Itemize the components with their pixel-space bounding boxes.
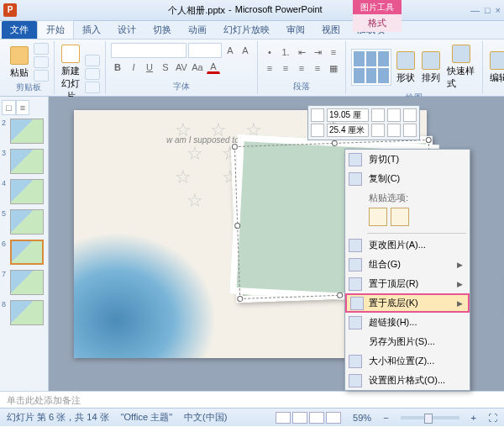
indent-inc-button[interactable]: ⇥ <box>311 45 324 59</box>
reset-button[interactable] <box>85 68 100 80</box>
bring-forward-mini[interactable] <box>387 108 401 122</box>
quick-styles-button[interactable]: 快速样式 <box>445 43 477 92</box>
font-family-select[interactable] <box>111 43 186 58</box>
ctx-change-picture[interactable]: 更改图片(A)... <box>345 235 470 255</box>
editing-button[interactable]: 编辑 <box>488 50 504 86</box>
ctx-send-back[interactable]: 置于底层(K)▶ <box>345 293 470 313</box>
close-button[interactable]: × <box>496 5 501 15</box>
ctx-hyperlink[interactable]: 超链接(H)... <box>345 313 470 332</box>
slide-thumbnail[interactable]: 4 <box>2 179 46 204</box>
tab-review[interactable]: 审阅 <box>278 21 313 39</box>
align-left-button[interactable]: ≡ <box>263 61 276 75</box>
send-backward-mini[interactable] <box>403 108 417 122</box>
rotate-mini[interactable] <box>403 124 417 137</box>
group-clipboard: 粘贴 剪贴板 <box>3 41 55 94</box>
thumbs-tab-slides[interactable]: □ <box>2 100 16 115</box>
line-spacing-button[interactable]: ≡ <box>327 45 340 59</box>
slide-canvas[interactable]: ☆ ☆ ☆ ☆ ☆☆ ☆ ☆ w am I supposed to live w… <box>49 97 504 391</box>
slide-thumbnail[interactable]: 3 <box>2 149 46 174</box>
hyperlink-icon <box>349 316 362 329</box>
copy-button[interactable] <box>34 56 49 68</box>
width-input[interactable]: 25.4 厘米 <box>327 124 369 137</box>
height-input[interactable]: 19.05 厘米 <box>327 108 369 122</box>
slideshow-view-button[interactable] <box>326 412 341 424</box>
paste-opt-1[interactable] <box>369 208 387 226</box>
zoom-slider[interactable] <box>401 416 459 419</box>
normal-view-button[interactable] <box>276 412 291 424</box>
shadow-button[interactable]: AV <box>175 61 188 74</box>
slide-counter: 幻灯片 第 6 张，共 14 张 <box>7 411 109 424</box>
ctx-format-picture[interactable]: 设置图片格式(O)... <box>345 371 470 390</box>
notes-pane[interactable]: 单击此处添加备注 <box>0 391 504 408</box>
format-painter-button[interactable] <box>34 70 49 82</box>
sorter-view-button[interactable] <box>292 412 307 424</box>
language-indicator[interactable]: 中文(中国) <box>184 411 227 424</box>
tab-view[interactable]: 视图 <box>313 21 349 39</box>
tab-transition[interactable]: 切换 <box>144 21 180 39</box>
thumb-number: 7 <box>2 270 8 278</box>
new-slide-button[interactable]: 新建 幻灯片 <box>60 43 81 104</box>
font-color-button[interactable]: A <box>207 61 220 74</box>
ctx-cut[interactable]: 剪切(T) <box>345 150 470 169</box>
underline-button[interactable]: U <box>143 61 156 74</box>
submenu-arrow: ▶ <box>457 299 463 308</box>
tab-insert[interactable]: 插入 <box>74 21 109 39</box>
zoom-out-button[interactable]: − <box>383 413 388 423</box>
thumb-preview <box>10 270 44 295</box>
paste-button[interactable]: 粘贴 <box>8 45 30 81</box>
paste-options <box>345 206 470 231</box>
tab-home[interactable]: 开始 <box>37 20 74 39</box>
numbering-button[interactable]: 1. <box>279 45 292 59</box>
justify-button[interactable]: ≡ <box>311 61 324 75</box>
slide-thumbnail[interactable]: 6 <box>2 240 46 265</box>
slide-thumbnail[interactable]: 8 <box>2 300 46 325</box>
tab-file[interactable]: 文件 <box>2 21 37 39</box>
grow-font-button[interactable]: A <box>223 44 237 57</box>
bring-front-icon <box>349 277 362 291</box>
tab-design[interactable]: 设计 <box>109 21 144 39</box>
spacing-button[interactable]: Aa <box>191 61 204 74</box>
align-mini[interactable] <box>387 124 401 137</box>
indent-dec-button[interactable]: ⇤ <box>295 45 308 59</box>
paste-opt-2[interactable] <box>391 208 409 226</box>
align-right-button[interactable]: ≡ <box>295 61 308 75</box>
arrange-button[interactable]: 排列 <box>420 50 442 86</box>
zoom-level[interactable]: 59% <box>353 413 371 423</box>
slide-thumbnail[interactable]: 5 <box>2 209 46 235</box>
shrink-font-button[interactable]: A <box>239 44 252 57</box>
slide-thumbnail[interactable]: 2 <box>2 119 46 144</box>
tab-format[interactable]: 格式 <box>353 14 402 32</box>
thumb-preview <box>10 300 44 325</box>
ctx-group[interactable]: 组合(G)▶ <box>345 255 470 274</box>
cut-button[interactable] <box>34 43 49 55</box>
font-size-select[interactable] <box>188 43 222 58</box>
italic-button[interactable]: I <box>127 61 140 74</box>
slide-thumbnail[interactable]: 7 <box>2 270 46 295</box>
zoom-in-button[interactable]: + <box>471 413 476 423</box>
tab-slideshow[interactable]: 幻灯片放映 <box>215 21 278 39</box>
thumbs-tab-outline[interactable]: ≡ <box>16 100 29 115</box>
width-stepper[interactable] <box>371 124 385 137</box>
height-stepper[interactable] <box>371 108 385 122</box>
minimize-button[interactable]: — <box>470 5 480 15</box>
bold-button[interactable]: B <box>111 61 124 74</box>
shapes-button[interactable]: 形状 <box>395 50 417 86</box>
fit-window-button[interactable]: ⛶ <box>488 413 497 423</box>
ctx-bring-front[interactable]: 置于顶层(R)▶ <box>345 274 470 293</box>
tab-animation[interactable]: 动画 <box>180 21 215 39</box>
shapes-gallery[interactable] <box>351 49 391 86</box>
align-center-button[interactable]: ≡ <box>279 61 292 75</box>
ctx-size-position[interactable]: 大小和位置(Z)... <box>345 351 470 371</box>
thumb-number: 5 <box>2 209 8 218</box>
strike-button[interactable]: S <box>159 61 172 74</box>
reading-view-button[interactable] <box>309 412 324 424</box>
layout-button[interactable] <box>85 55 100 66</box>
ctx-save-as-picture[interactable]: 另存为图片(S)... <box>345 332 470 351</box>
ctx-copy[interactable]: 复制(C) <box>345 169 470 188</box>
section-button[interactable] <box>85 82 100 93</box>
workspace: □ ≡ 2345678 ☆ ☆ ☆ ☆ ☆☆ ☆ ☆ w am I suppos… <box>0 97 504 391</box>
maximize-button[interactable]: □ <box>485 5 491 15</box>
ctx-paste-label: 粘贴选项: <box>345 188 470 206</box>
bullets-button[interactable]: • <box>263 45 276 59</box>
columns-button[interactable]: ▦ <box>327 61 340 75</box>
